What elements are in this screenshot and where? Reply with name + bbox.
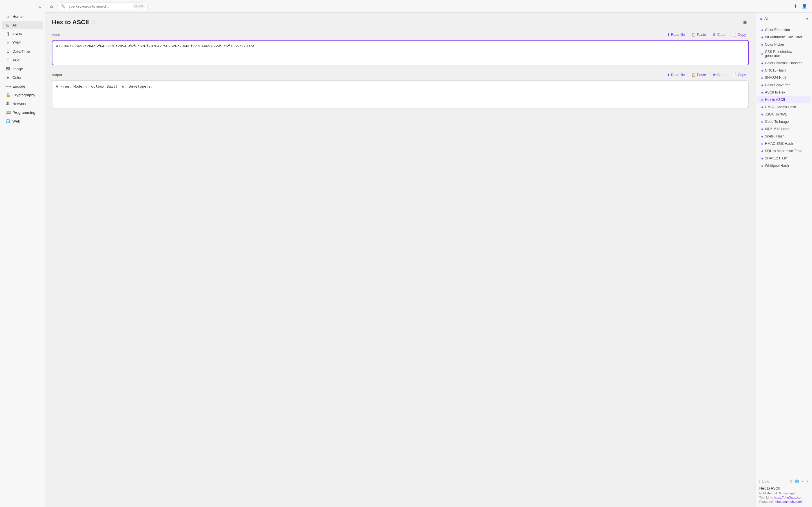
input-read-file-button[interactable]: ⬆ Read file bbox=[664, 32, 688, 38]
output-read-file-button[interactable]: ⬆ Read file bbox=[664, 72, 688, 78]
output-actions: ⬆ Read file 📋 Paste 🗑 Clear 📄 bbox=[664, 72, 749, 78]
main-content: ⌂ 🔍 ⌘ + K ⬆ 👤 Hex to ASCII ☆ ▣ bbox=[45, 0, 812, 507]
sidebar-item-label-encode: Encode bbox=[12, 84, 26, 89]
right-item-icon-md6-512-hash: ◈ bbox=[761, 127, 763, 131]
right-list-item-snefru-hash[interactable]: ◈ Snefru Hash bbox=[757, 133, 811, 140]
output-textarea[interactable]: A Free, Modern Toolbox Built for Develop… bbox=[52, 80, 749, 108]
right-list-item-hex-to-ascii[interactable]: ◈ Hex to ASCII bbox=[757, 96, 811, 103]
right-list-item-color-picker[interactable]: ◈ Color Picker bbox=[757, 41, 811, 48]
sidebar-item-json[interactable]: {} JSON bbox=[2, 30, 43, 38]
right-item-label-color-extraction: Color Extraction bbox=[765, 28, 790, 32]
right-item-icon-json-to-xml: ◈ bbox=[761, 113, 763, 116]
right-item-icon-color-contrast: ◈ bbox=[761, 61, 763, 65]
sidebar-item-encode[interactable]: ⟷ Encode bbox=[2, 82, 43, 91]
search-shortcut: ⌘ + K bbox=[133, 4, 145, 8]
input-section: input ⬆ Read file 📋 Paste 🗑 Clear bbox=[52, 32, 749, 66]
right-list-item-color-extraction[interactable]: ◈ Color Extraction bbox=[757, 26, 811, 34]
right-list-item-hmac-sm3[interactable]: ◈ HMAC-SM3 Hash bbox=[757, 140, 811, 147]
right-item-label-snefru-hash: Snefru Hash bbox=[765, 134, 784, 138]
right-panel: ◈ All ▾ ◈ Color Extraction ◈ Bit Arithme… bbox=[756, 13, 812, 507]
home-button[interactable]: ⌂ bbox=[49, 3, 55, 10]
sidebar-item-cryptography[interactable]: 🔒 Cryptography bbox=[2, 91, 43, 99]
filter-label: ◈ All bbox=[760, 17, 768, 21]
share-button[interactable]: ⬆ bbox=[792, 2, 799, 10]
right-item-label-sha224-hash: SHA224 Hash bbox=[765, 76, 787, 80]
right-item-icon-color-converter: ◈ bbox=[761, 83, 763, 87]
web-icon: 🌐 bbox=[6, 119, 10, 123]
color-icon: ● bbox=[6, 75, 10, 80]
sidebar-item-yaml[interactable]: ≡ YAML bbox=[2, 38, 43, 47]
right-list-item-whirlpool-hash[interactable]: ◈ Whirlpool Hash bbox=[757, 162, 811, 169]
output-clear-button[interactable]: 🗑 Clear bbox=[710, 72, 728, 78]
sidebar-item-label-programming: Programming bbox=[12, 110, 35, 115]
feedback-link[interactable]: https://github.com/... bbox=[775, 500, 805, 503]
output-copy-button[interactable]: 📄 Copy bbox=[730, 72, 749, 78]
right-list-item-crc16-hash[interactable]: ◈ CRC16 Hash bbox=[757, 67, 811, 74]
sidebar-item-text[interactable]: T Text bbox=[2, 56, 43, 64]
right-list-item-bit-arithmetic[interactable]: ◈ Bit Arithmetic Calculator bbox=[757, 34, 811, 41]
sidebar-item-home[interactable]: ⌂ Home bbox=[2, 12, 43, 20]
right-list-item-css-box-shadow[interactable]: ◈ CSS Box shadow generator bbox=[757, 48, 811, 59]
right-item-icon-color-picker: ◈ bbox=[761, 43, 763, 47]
copy-version-button[interactable]: ⧉ bbox=[790, 479, 793, 484]
right-list-item-color-converter[interactable]: ◈ Color Converter bbox=[757, 81, 811, 89]
panel-toggle-button[interactable]: ▣ bbox=[741, 18, 749, 26]
right-item-label-code-to-image: Code To Image bbox=[765, 120, 789, 124]
sidebar-nav: ⌂ Home ⊞ All {} JSON ≡ YAML 🗓 Date/Time … bbox=[0, 12, 45, 126]
right-item-label-color-picker: Color Picker bbox=[765, 43, 784, 47]
network-icon: ⌘ bbox=[6, 101, 10, 106]
output-paste-button[interactable]: 📋 Paste bbox=[689, 72, 709, 78]
web-version-button[interactable]: 🌐 bbox=[794, 479, 800, 484]
filter-row: ◈ All ▾ bbox=[759, 15, 809, 22]
sidebar-item-web[interactable]: 🌐 Web bbox=[2, 117, 43, 125]
output-section: output ⬆ Read file 📋 Paste 🗑 Clear bbox=[52, 72, 749, 109]
right-panel-top: ◈ All ▾ bbox=[756, 13, 812, 25]
sidebar-item-datetime[interactable]: 🗓 Date/Time bbox=[2, 47, 43, 55]
right-list-item-color-contrast[interactable]: ◈ Color Contrast Checker bbox=[757, 59, 811, 67]
user-button[interactable]: 👤 bbox=[801, 2, 809, 10]
sidebar-item-label-yaml: YAML bbox=[12, 41, 22, 45]
sidebar-item-image[interactable]: 🖼 Image bbox=[2, 64, 43, 73]
output-label: output bbox=[52, 73, 62, 77]
input-textarea[interactable]: 4120467265652c204d6f6465726e20546f6f6c62… bbox=[52, 40, 749, 65]
right-list-item-hmac-snefru[interactable]: ◈ HMAC-Snefru Hash bbox=[757, 103, 811, 111]
sidebar-item-network[interactable]: ⌘ Network bbox=[2, 100, 43, 108]
right-item-label-ascii-to-hex: ASCII to Hex bbox=[765, 91, 785, 94]
right-list-item-ascii-to-hex[interactable]: ◈ ASCII to Hex bbox=[757, 89, 811, 96]
right-list-item-code-to-image[interactable]: ◈ Code To Image bbox=[757, 118, 811, 125]
sidebar-item-label-text: Text bbox=[12, 58, 19, 62]
expand-version-button[interactable]: ▾ bbox=[806, 479, 809, 484]
right-item-icon-sha224-hash: ◈ bbox=[761, 76, 763, 80]
tool-link[interactable]: https://t.he3app.co... bbox=[774, 496, 803, 499]
right-list-item-md6-512-hash[interactable]: ◈ MD6_512 Hash bbox=[757, 125, 811, 133]
input-paste-button[interactable]: 📋 Paste bbox=[689, 32, 709, 38]
sidebar-collapse-button[interactable]: « bbox=[37, 3, 42, 10]
filter-chevron-button[interactable]: ▾ bbox=[806, 17, 808, 21]
favorite-button[interactable]: ☆ bbox=[91, 19, 96, 25]
sidebar-item-label-cryptography: Cryptography bbox=[12, 93, 35, 97]
right-item-icon-snefru-hash: ◈ bbox=[761, 135, 763, 138]
right-item-label-sql-markdown: SQL to Markdown Table bbox=[765, 149, 802, 153]
input-copy-button[interactable]: 📄 Copy bbox=[730, 32, 749, 38]
right-item-label-crc16-hash: CRC16 Hash bbox=[765, 68, 786, 72]
right-item-label-sha512-hash: SHA512 Hash bbox=[765, 156, 787, 160]
right-list-item-sha512-hash[interactable]: ◈ SHA512 Hash bbox=[757, 155, 811, 162]
encode-icon: ⟷ bbox=[6, 84, 10, 89]
search-input[interactable] bbox=[67, 4, 132, 8]
right-item-label-bit-arithmetic: Bit Arithmetic Calculator bbox=[765, 35, 802, 39]
check-version-button[interactable]: ✓ bbox=[801, 479, 805, 484]
sidebar-item-all[interactable]: ⊞ All bbox=[2, 21, 43, 29]
home-icon: ⌂ bbox=[6, 14, 10, 18]
right-list-item-sha224-hash[interactable]: ◈ SHA224 Hash bbox=[757, 74, 811, 81]
right-list-item-json-to-xml[interactable]: ◈ JSON To XML bbox=[757, 111, 811, 118]
paste-icon: 📋 bbox=[692, 33, 696, 37]
sidebar-item-color[interactable]: ● Color bbox=[2, 73, 43, 82]
right-item-label-hex-to-ascii: Hex to ASCII bbox=[765, 98, 785, 102]
sidebar-item-label-json: JSON bbox=[12, 32, 22, 36]
input-label: input bbox=[52, 33, 60, 37]
right-list-item-sql-markdown[interactable]: ◈ SQL to Markdown Table bbox=[757, 147, 811, 155]
sidebar-item-label-web: Web bbox=[12, 119, 20, 123]
right-item-label-css-box-shadow: CSS Box shadow generator bbox=[765, 50, 807, 58]
sidebar-item-programming[interactable]: ⌨ Programming bbox=[2, 108, 43, 117]
input-clear-button[interactable]: 🗑 Clear bbox=[710, 32, 728, 38]
